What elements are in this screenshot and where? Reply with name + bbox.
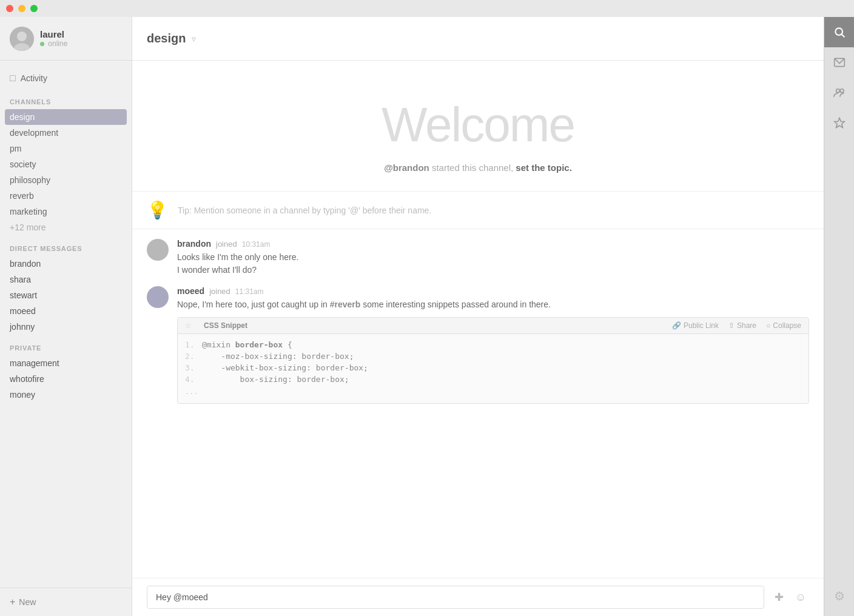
sidebar-nav: □ Activity CHANNELS design development p… <box>0 61 132 588</box>
channel-link[interactable]: #reverb <box>330 300 361 309</box>
tip-icon: 💡 <box>147 200 168 220</box>
welcome-subtitle: @brandon started this channel, set the t… <box>384 162 572 173</box>
sidebar: laurel online □ Activity CHANNELS design… <box>0 17 132 616</box>
share-icon: ⇧ <box>728 321 735 330</box>
activity-icon: □ <box>10 73 16 84</box>
emoji-icon[interactable]: ☺ <box>792 589 809 606</box>
dm-item-johnny[interactable]: johnny <box>0 319 132 335</box>
user-status: online <box>40 39 67 48</box>
list-item: 2. -moz-box-sizing: border-box; <box>178 350 809 362</box>
svg-point-1 <box>17 32 27 41</box>
code-snippet: ☆ CSS Snippet 🔗 Public Link ⇧ Share <box>177 317 809 404</box>
user-info: laurel online <box>40 29 67 48</box>
add-icon[interactable]: ✚ <box>770 589 787 606</box>
activity-label: Activity <box>21 73 47 83</box>
svg-point-3 <box>835 28 842 35</box>
user-profile[interactable]: laurel online <box>0 17 132 61</box>
collapse-action[interactable]: ○ Collapse <box>766 321 801 330</box>
message-body: Looks like I'm the only one here. I wond… <box>177 251 809 276</box>
message-input[interactable] <box>147 586 764 609</box>
snippet-toolbar: ☆ CSS Snippet 🔗 Public Link ⇧ Share <box>178 318 809 334</box>
tip-text: Tip: Mention someone in a channel by typ… <box>178 206 431 215</box>
sidebar-item-design[interactable]: design <box>5 109 127 125</box>
search-icon-button[interactable] <box>824 17 855 47</box>
message-username: moeed <box>177 286 204 296</box>
sidebar-item-philosophy[interactable]: philosophy <box>0 172 132 188</box>
channel-name: design <box>147 32 186 45</box>
code-more: ... <box>178 385 809 398</box>
svg-point-7 <box>840 89 844 93</box>
message-header: brandon joined 10:31am <box>177 239 809 249</box>
team-icon-button[interactable] <box>824 78 855 108</box>
titlebar <box>0 0 854 17</box>
set-topic-link[interactable]: set the topic. <box>516 162 572 173</box>
share-action[interactable]: ⇧ Share <box>728 321 756 330</box>
sidebar-item-society[interactable]: society <box>0 156 132 172</box>
message-body: Nope, I'm here too, just got caught up i… <box>177 298 809 311</box>
sidebar-item-pm[interactable]: pm <box>0 141 132 156</box>
avatar <box>147 286 169 308</box>
private-item-management[interactable]: management <box>0 355 132 371</box>
message-content: brandon joined 10:31am Looks like I'm th… <box>177 239 809 276</box>
channels-section-label: CHANNELS <box>0 89 132 109</box>
code-lines: 1. @mixin border-box { 2. -moz-box-sizin… <box>178 334 809 403</box>
message-username: brandon <box>177 239 211 249</box>
dm-item-stewart[interactable]: stewart <box>0 287 132 303</box>
minimize-button[interactable] <box>18 5 25 12</box>
sidebar-item-development[interactable]: development <box>0 125 132 141</box>
inbox-icon-button[interactable] <box>824 47 855 78</box>
sidebar-item-marketing[interactable]: marketing <box>0 204 132 219</box>
username: laurel <box>40 29 67 39</box>
list-item: 4. box-sizing: border-box; <box>178 373 809 385</box>
message-content: moeed joined 11:31am Nope, I'm here too,… <box>177 286 809 404</box>
svg-marker-8 <box>834 118 844 128</box>
dm-item-shara[interactable]: shara <box>0 272 132 287</box>
plus-icon: + <box>10 597 15 608</box>
link-icon: 🔗 <box>672 321 681 330</box>
list-item: 3. -webkit-box-sizing: border-box; <box>178 362 809 373</box>
message-input-area: ✚ ☺ <box>132 578 824 616</box>
private-section-label: PRIVATE <box>0 335 132 355</box>
private-item-money[interactable]: money <box>0 387 132 403</box>
svg-line-4 <box>841 35 844 38</box>
dm-section-label: DIRECT MESSAGES <box>0 235 132 256</box>
maximize-button[interactable] <box>30 5 38 12</box>
app-container: laurel online □ Activity CHANNELS design… <box>0 17 854 616</box>
channel-dropdown-icon[interactable]: ▿ <box>192 34 196 44</box>
private-item-whotofire[interactable]: whotofire <box>0 371 132 387</box>
settings-icon-button[interactable]: ⚙ <box>824 581 855 611</box>
messages-area: Welcome @brandon started this channel, s… <box>132 61 824 578</box>
list-item: 1. @mixin border-box { <box>178 339 809 350</box>
snippet-title: CSS Snippet <box>204 321 247 330</box>
star-icon[interactable]: ☆ <box>185 321 192 330</box>
tip-box: 💡 Tip: Mention someone in a channel by t… <box>132 191 824 229</box>
avatar <box>10 27 34 51</box>
welcome-section: Welcome @brandon started this channel, s… <box>132 61 824 191</box>
new-label: New <box>19 597 36 607</box>
svg-point-6 <box>836 89 839 93</box>
channel-header: design ▿ <box>132 17 824 61</box>
new-button[interactable]: + New <box>0 588 132 616</box>
input-actions: ✚ ☺ <box>770 589 809 606</box>
collapse-icon: ○ <box>766 321 770 330</box>
welcome-mention: @brandon <box>384 162 429 173</box>
message-time: 11:31am <box>235 287 264 296</box>
dm-item-moeed[interactable]: moeed <box>0 303 132 319</box>
avatar <box>147 239 169 261</box>
channels-more-link[interactable]: +12 more <box>0 219 132 235</box>
table-row: brandon joined 10:31am Looks like I'm th… <box>147 239 809 276</box>
table-row: moeed joined 11:31am Nope, I'm here too,… <box>147 286 809 404</box>
sidebar-item-reverb[interactable]: reverb <box>0 188 132 204</box>
message-action: joined <box>209 287 230 296</box>
main-content: design ▿ Welcome @brandon started this c… <box>132 17 824 616</box>
star-icon-button[interactable] <box>824 108 855 138</box>
activity-item[interactable]: □ Activity <box>0 68 132 89</box>
message-list: brandon joined 10:31am Looks like I'm th… <box>132 229 824 413</box>
public-link-action[interactable]: 🔗 Public Link <box>672 321 719 330</box>
message-header: moeed joined 11:31am <box>177 286 809 296</box>
message-time: 10:31am <box>242 240 271 249</box>
message-action: joined <box>216 239 237 249</box>
close-button[interactable] <box>6 5 13 12</box>
dm-item-brandon[interactable]: brandon <box>0 256 132 272</box>
status-dot <box>40 42 44 46</box>
